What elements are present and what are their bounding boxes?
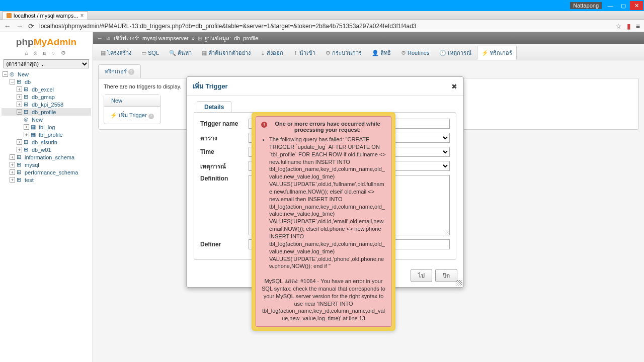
collapse-sidebar-button[interactable]: ← xyxy=(97,35,103,41)
close-button[interactable]: ✕ xyxy=(630,1,643,10)
label-table: ตาราง xyxy=(200,133,249,143)
sidebar-toolbar[interactable]: ⌂ ⎋ ◧ ⟳ ⚙ xyxy=(2,49,91,59)
recent-tables-select[interactable]: (ตารางล่าสุด) ... xyxy=(4,59,90,68)
tree-tbl-log[interactable]: +▦tbl_log xyxy=(2,123,91,131)
window-user: Nattapong xyxy=(570,2,602,9)
url-text[interactable]: localhost/phpmyadmin/#PMAURL-13:db_trigg… xyxy=(39,23,610,30)
error-query: The following query has failed: "CREATE … xyxy=(269,136,386,270)
maximize-button[interactable]: ▢ xyxy=(617,1,630,10)
tree-db-w01[interactable]: +⊞db_w01 xyxy=(2,146,91,153)
tab-structure[interactable]: ▦โครงสร้าง xyxy=(96,46,136,60)
tree-profile-new[interactable]: ◎New xyxy=(2,116,91,123)
database-icon: ⊞ xyxy=(198,36,202,41)
breadcrumb: ← 🖥 เซิร์ฟเวอร์: mysql wampserver » ⊞ ฐา… xyxy=(93,32,644,44)
tab-privileges[interactable]: 👤สิทธิ xyxy=(367,46,395,60)
error-title: One or more errors have occurred while p… xyxy=(269,121,386,133)
label-definer: Definer xyxy=(200,241,249,248)
tab-export[interactable]: ⤓ส่งออก xyxy=(256,46,288,60)
sub-tab-triggers[interactable]: ทริกเกอร์? xyxy=(98,64,141,78)
tree-db-kpi[interactable]: +⊞db_kpi_2558 xyxy=(2,101,91,108)
go-button[interactable]: ไป xyxy=(411,269,432,282)
extension-icon[interactable]: ▮ xyxy=(627,22,631,30)
tree-db-gmap[interactable]: +⊞db_gmap xyxy=(2,93,91,101)
tree-tbl-profile[interactable]: +▦tbl_profile xyxy=(2,131,91,138)
new-panel: New ⚡ เพิ่ม Trigger ? xyxy=(104,95,160,124)
bc-sep: » xyxy=(192,35,195,41)
label-definition: Definition xyxy=(200,175,249,182)
close-modal-button[interactable]: ปิด xyxy=(435,269,457,282)
tree-db-excel[interactable]: +⊞db_excel xyxy=(2,85,91,93)
tab-sql[interactable]: ▭SQL xyxy=(137,46,164,60)
error-mysql: MySQL แสดง: #1064 - You have an error in… xyxy=(261,278,386,322)
modal-close-button[interactable]: ✖ xyxy=(451,82,457,90)
url-bar: ← → ⟳ localhost/phpmyadmin/#PMAURL-13:db… xyxy=(0,20,644,32)
tree-info-schema[interactable]: +⊞information_schema xyxy=(2,153,91,161)
tab-operations[interactable]: ⚙กระบวนการ xyxy=(321,46,366,60)
tab-close-icon[interactable]: × xyxy=(80,12,84,19)
browser-tab-bar: localhost / mysql wamps... × xyxy=(0,11,644,20)
tree-perf-schema[interactable]: +⊞performance_schema xyxy=(2,168,91,176)
window-titlebar: Nattapong — ▢ ✕ xyxy=(0,0,644,11)
tab-search[interactable]: 🔍ค้นหา xyxy=(165,46,196,60)
server-icon: 🖥 xyxy=(106,36,111,41)
tab-routines[interactable]: ⚙Routines xyxy=(396,46,434,60)
resize-handle[interactable] xyxy=(456,280,462,286)
tab-query[interactable]: ▦คำค้นจากตัวอย่าง xyxy=(197,46,255,60)
label-time: Time xyxy=(200,148,249,155)
tree-new[interactable]: –◎New xyxy=(2,70,91,78)
tab-triggers[interactable]: ⚡ทริกเกอร์ xyxy=(477,46,517,60)
label-event: เหตุการณ์ xyxy=(200,161,249,171)
tree-mysql[interactable]: +⊞mysql xyxy=(2,161,91,168)
modal-title: เพิ่ม Trigger xyxy=(193,81,228,92)
menu-icon[interactable]: ≡ xyxy=(636,22,640,30)
bc-db-label: ฐานข้อมูล: xyxy=(205,34,231,43)
tree-db-sfsurin[interactable]: +⊞db_sfsurin xyxy=(2,138,91,146)
tree-db[interactable]: –⊞db xyxy=(2,78,91,85)
minimize-button[interactable]: — xyxy=(604,1,617,10)
forward-button[interactable]: → xyxy=(16,22,23,30)
db-tree: –◎New –⊞db +⊞db_excel +⊞db_gmap +⊞db_kpi… xyxy=(2,70,91,184)
back-button[interactable]: ← xyxy=(4,22,11,30)
tree-test[interactable]: +⊞test xyxy=(2,176,91,184)
tab-events[interactable]: 🕐เหตุการณ์ xyxy=(435,46,476,60)
bc-server[interactable]: mysql wampserver xyxy=(142,35,189,41)
bc-server-label: เซิร์ฟเวอร์: xyxy=(114,34,139,43)
favicon-icon xyxy=(7,13,12,18)
add-trigger-link[interactable]: ⚡ เพิ่ม Trigger ? xyxy=(104,107,160,124)
new-header: New xyxy=(104,95,160,107)
tab-title: localhost / mysql wamps... xyxy=(14,13,78,19)
tree-db-profile[interactable]: –⊞db_profile xyxy=(2,108,91,116)
browser-tab[interactable]: localhost / mysql wamps... × xyxy=(2,11,88,20)
label-trigger-name: Trigger name xyxy=(200,120,249,127)
logo: phpMyAdmin xyxy=(2,35,91,49)
sidebar: phpMyAdmin ⌂ ⎋ ◧ ⟳ ⚙ (ตารางล่าสุด) ... –… xyxy=(0,32,93,362)
error-popup: !One or more errors have occurred while … xyxy=(252,112,395,331)
reload-button[interactable]: ⟳ xyxy=(28,22,34,30)
nav-tabs: ▦โครงสร้าง ▭SQL 🔍ค้นหา ▦คำค้นจากตัวอย่าง… xyxy=(93,44,644,60)
tab-import[interactable]: ⤒นำเข้า xyxy=(289,46,320,60)
error-icon: ! xyxy=(261,122,267,128)
star-icon[interactable]: ☆ xyxy=(615,22,622,30)
bc-db[interactable]: db_profile xyxy=(234,35,258,41)
details-tab[interactable]: Details xyxy=(197,101,231,113)
help-icon[interactable]: ? xyxy=(128,69,134,75)
